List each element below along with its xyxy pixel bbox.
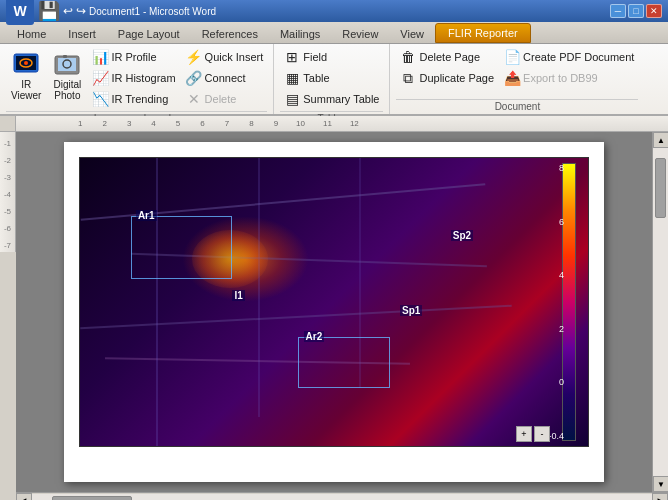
digital-photo-button[interactable]: Digital Photo <box>48 47 86 104</box>
ribbon-col-document2: 📄 Create PDF Document 📤 Export to DB99 <box>500 47 638 88</box>
quick-insert-button[interactable]: ⚡ Quick Insert <box>182 47 268 67</box>
scale-labels: 8 6 4 2 0 -0.4 <box>548 163 564 441</box>
field-button[interactable]: ⊞ Field <box>280 47 383 67</box>
zoom-in-icon[interactable]: + <box>516 426 532 442</box>
digital-photo-icon <box>53 50 81 78</box>
main-area: -1 -2 -3 -4 -5 -6 -7 1 2 3 4 5 6 7 8 9 1… <box>0 116 668 500</box>
tab-view[interactable]: View <box>389 24 435 43</box>
maximize-button[interactable]: □ <box>628 4 644 18</box>
tab-flir-reporter[interactable]: FLIR Reporter <box>435 23 531 43</box>
vertical-ruler: -1 -2 -3 -4 -5 -6 -7 <box>0 132 16 252</box>
ir-viewer-button[interactable]: IR Viewer <box>6 47 46 104</box>
color-scale <box>562 163 580 441</box>
image-nav-icons: + - <box>516 426 550 442</box>
doc-right: 1 2 3 4 5 6 7 8 9 10 11 12 <box>16 116 668 500</box>
close-button[interactable]: ✕ <box>646 4 662 18</box>
ir-profile-button[interactable]: 📊 IR Profile <box>88 47 179 67</box>
scroll-up-button[interactable]: ▲ <box>653 132 668 148</box>
label-i1: I1 <box>232 290 244 301</box>
ribbon-group-document-content: 🗑 Delete Page ⧉ Duplicate Page 📄 Create … <box>396 47 638 97</box>
ribbon-group-images-content: IR Viewer Digital Photo 📊 IR Profil <box>6 47 267 109</box>
redo-icon[interactable]: ↪ <box>76 4 86 18</box>
field-icon: ⊞ <box>284 49 300 65</box>
scroll-down-button[interactable]: ▼ <box>653 476 668 492</box>
undo-icon[interactable]: ↩ <box>63 4 73 18</box>
scale-0: 0 <box>548 377 564 387</box>
table-button[interactable]: ▦ Table <box>280 68 383 88</box>
table-icon: ▦ <box>284 70 300 86</box>
connect-button[interactable]: 🔗 Connect <box>182 68 268 88</box>
label-ar2: Ar2 <box>304 331 325 342</box>
ribbon-col-document: 🗑 Delete Page ⧉ Duplicate Page <box>396 47 498 88</box>
word-icon: W <box>6 0 34 25</box>
vscroll-track[interactable] <box>653 148 668 476</box>
tab-insert[interactable]: Insert <box>57 24 107 43</box>
zoom-out-icon[interactable]: - <box>534 426 550 442</box>
document-group-label: Document <box>396 99 638 112</box>
ribbon-col-tables: ⊞ Field ▦ Table ▤ Summary Table <box>280 47 383 109</box>
create-pdf-button[interactable]: 📄 Create PDF Document <box>500 47 638 67</box>
scale-6: 6 <box>548 217 564 227</box>
scroll-right-button[interactable]: ► <box>652 493 668 501</box>
document-page: Ar1 Ar2 I1 Sp1 Sp2 8 <box>64 142 604 482</box>
vertical-scrollbar[interactable]: ▲ ▼ <box>652 132 668 492</box>
hscroll-thumb[interactable] <box>52 496 132 501</box>
duplicate-page-button[interactable]: ⧉ Duplicate Page <box>396 68 498 88</box>
ribbon-col-quick: ⚡ Quick Insert 🔗 Connect ✕ Delete <box>182 47 268 109</box>
scale-2: 2 <box>548 324 564 334</box>
vert-struct-1 <box>156 158 158 446</box>
ribbon-group-document: 🗑 Delete Page ⧉ Duplicate Page 📄 Create … <box>390 44 644 114</box>
create-pdf-icon: 📄 <box>504 49 520 65</box>
delete-page-button[interactable]: 🗑 Delete Page <box>396 47 498 67</box>
vscroll-thumb[interactable] <box>655 158 666 218</box>
label-sp2: Sp2 <box>451 230 473 241</box>
ribbon-group-tables-content: ⊞ Field ▦ Table ▤ Summary Table <box>280 47 383 109</box>
thermal-background: Ar1 Ar2 I1 Sp1 Sp2 8 <box>80 158 588 446</box>
tab-review[interactable]: Review <box>331 24 389 43</box>
ribbon-col-ir-tools: 📊 IR Profile 📈 IR Histogram 📉 IR Trendin… <box>88 47 179 109</box>
export-db99-button[interactable]: 📤 Export to DB99 <box>500 68 638 88</box>
doc-container[interactable]: Ar1 Ar2 I1 Sp1 Sp2 8 <box>16 132 652 492</box>
hscroll-track[interactable] <box>32 494 652 501</box>
horizontal-ruler: 1 2 3 4 5 6 7 8 9 10 11 12 <box>16 116 668 132</box>
doc-scroll-area: Ar1 Ar2 I1 Sp1 Sp2 8 <box>16 132 668 492</box>
ir-trending-icon: 📉 <box>92 91 108 107</box>
vert-struct-2 <box>258 158 260 417</box>
minimize-button[interactable]: ─ <box>610 4 626 18</box>
label-ar1: Ar1 <box>136 210 157 221</box>
duplicate-page-icon: ⧉ <box>400 70 416 86</box>
thermal-image: Ar1 Ar2 I1 Sp1 Sp2 8 <box>79 157 589 447</box>
tab-home[interactable]: Home <box>6 24 57 43</box>
ir-trending-button[interactable]: 📉 IR Trending <box>88 89 179 109</box>
scale-8: 8 <box>548 163 564 173</box>
doc-with-rulers: -1 -2 -3 -4 -5 -6 -7 1 2 3 4 5 6 7 8 9 1… <box>0 116 668 500</box>
ribbon: IR Viewer Digital Photo 📊 IR Profil <box>0 44 668 116</box>
export-db99-icon: 📤 <box>504 70 520 86</box>
delete-small-button[interactable]: ✕ Delete <box>182 89 268 109</box>
title-text: Document1 - Microsoft Word <box>89 6 216 17</box>
ir-histogram-icon: 📈 <box>92 70 108 86</box>
quick-save-icon[interactable]: 💾 <box>38 0 60 22</box>
svg-point-3 <box>24 61 28 65</box>
scale-4: 4 <box>548 270 564 280</box>
tab-references[interactable]: References <box>191 24 269 43</box>
delete-page-icon: 🗑 <box>400 49 416 65</box>
summary-table-icon: ▤ <box>284 91 300 107</box>
color-bar <box>562 163 576 441</box>
scroll-left-button[interactable]: ◄ <box>16 493 32 501</box>
tab-mailings[interactable]: Mailings <box>269 24 331 43</box>
annotation-ar1-box <box>131 216 233 279</box>
summary-table-button[interactable]: ▤ Summary Table <box>280 89 383 109</box>
label-sp1: Sp1 <box>400 305 422 316</box>
title-bar-buttons: ─ □ ✕ <box>610 4 662 18</box>
ir-profile-icon: 📊 <box>92 49 108 65</box>
horizontal-scrollbar[interactable]: ◄ ► <box>16 492 668 500</box>
tab-page-layout[interactable]: Page Layout <box>107 24 191 43</box>
ribbon-tabs: Home Insert Page Layout References Maili… <box>0 22 668 44</box>
delete-small-icon: ✕ <box>186 91 202 107</box>
title-bar: W 💾 ↩ ↪ Document1 - Microsoft Word ─ □ ✕ <box>0 0 668 22</box>
ribbon-group-tables: ⊞ Field ▦ Table ▤ Summary Table Tables <box>274 44 390 114</box>
scale-neg04: -0.4 <box>548 431 564 441</box>
ir-histogram-button[interactable]: 📈 IR Histogram <box>88 68 179 88</box>
ruler-corner <box>0 116 16 132</box>
